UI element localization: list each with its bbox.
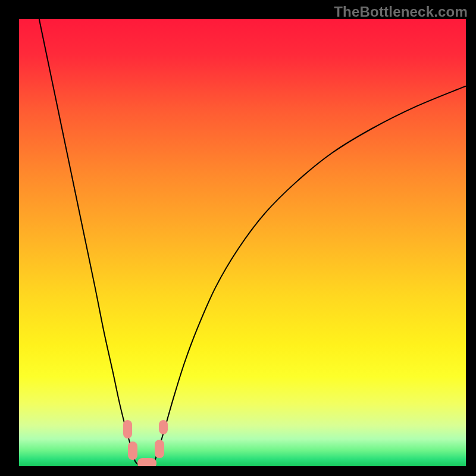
chart-svg bbox=[19, 19, 466, 466]
marker-right-lower bbox=[155, 440, 164, 458]
marker-left-upper bbox=[123, 420, 133, 439]
marker-right-upper bbox=[159, 420, 168, 434]
plot-area bbox=[19, 19, 466, 466]
watermark-text: TheBottleneck.com bbox=[334, 4, 468, 20]
marker-left-lower bbox=[128, 441, 137, 460]
chart-frame: TheBottleneck.com bbox=[0, 0, 476, 476]
marker-bottom bbox=[137, 458, 156, 466]
